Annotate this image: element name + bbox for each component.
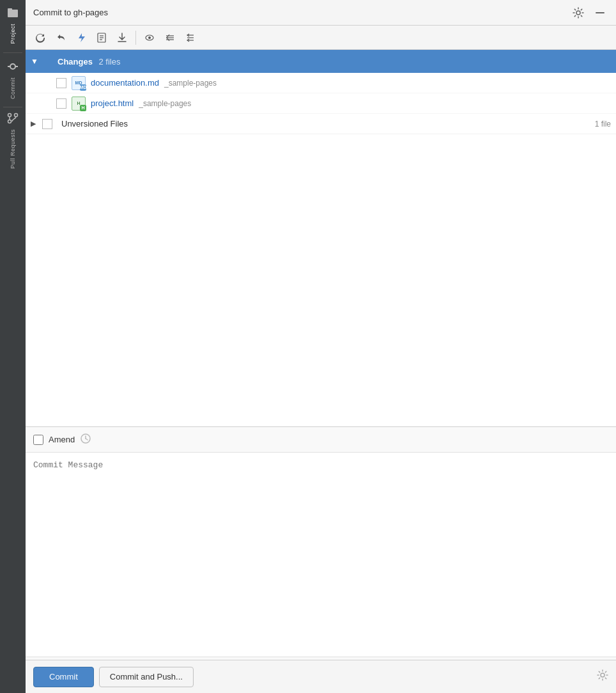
sidebar-divider-1 [3, 52, 22, 53]
smart-button[interactable] [72, 29, 91, 47]
footer-gear-button[interactable] [597, 669, 608, 684]
refresh-button[interactable] [31, 29, 50, 47]
commit-push-button[interactable]: Commit and Push... [99, 667, 194, 687]
footer-left: Commit Commit and Push... [33, 667, 194, 687]
svg-point-2 [10, 64, 15, 69]
file-tree: ▼ Changes 2 files MD MD documentation.md… [26, 50, 616, 426]
sidebar-project-label: Project [10, 24, 16, 44]
html-file-icon: H H [72, 97, 86, 111]
minus-icon [594, 7, 606, 19]
eye-icon [144, 33, 155, 43]
eye-button[interactable] [140, 29, 159, 47]
download-icon [117, 33, 127, 43]
changes-chevron: ▼ [31, 57, 40, 66]
title-bar-actions [570, 6, 608, 20]
sidebar-divider-2 [3, 107, 22, 107]
revert-icon [165, 33, 175, 43]
changes-group-label: Changes 2 files [58, 57, 611, 66]
toolbar [26, 26, 616, 50]
diff-icon [96, 33, 107, 43]
download-button[interactable] [112, 29, 132, 47]
main-panel: Commit to gh-pages [26, 0, 616, 693]
refresh-icon [35, 33, 45, 43]
svg-line-26 [86, 439, 88, 440]
commit-message-input[interactable] [26, 453, 616, 657]
title-bar: Commit to gh-pages [26, 0, 616, 26]
pull-requests-icon [7, 113, 19, 127]
unversioned-count: 1 file [595, 120, 611, 128]
settings-button[interactable] [570, 6, 587, 20]
amend-label: Amend [49, 435, 75, 444]
changes-group-header[interactable]: ▼ Changes 2 files [26, 50, 616, 73]
footer: Commit Commit and Push... [26, 660, 616, 693]
html-checkbox[interactable] [56, 98, 66, 109]
tree-item-documentation[interactable]: MD MD documentation.md _sample-pages [26, 73, 616, 93]
commit-button[interactable]: Commit [33, 667, 94, 687]
doc-filepath: _sample-pages [164, 79, 217, 88]
folder-icon [7, 7, 19, 21]
undo-icon [56, 33, 66, 43]
html-filepath: _sample-pages [139, 99, 191, 108]
html-badge: H [80, 105, 86, 111]
minimize-button[interactable] [592, 6, 608, 20]
gear-icon [573, 7, 584, 19]
collapse-button[interactable] [181, 29, 200, 47]
panel-title: Commit to gh-pages [33, 8, 108, 17]
changes-count: 2 files [99, 57, 121, 66]
sidebar-item-commit[interactable]: Commit [0, 54, 26, 105]
svg-point-9 [576, 11, 580, 15]
svg-point-6 [8, 120, 12, 123]
svg-point-7 [15, 113, 18, 116]
sidebar-commit-label: Commit [10, 77, 16, 99]
lightning-icon [76, 33, 86, 43]
revert-button[interactable] [160, 29, 180, 47]
unversioned-label: Unversioned Files [61, 119, 591, 128]
tree-item-project-html[interactable]: H H project.html _sample-pages [26, 93, 616, 114]
changes-label-text: Changes [58, 57, 93, 66]
diff-button[interactable] [92, 29, 111, 47]
undo-button[interactable] [51, 29, 70, 47]
unversioned-label-text: Unversioned Files [61, 119, 128, 128]
changes-group-checkbox[interactable] [43, 56, 54, 66]
footer-right [597, 669, 608, 684]
md-badge: MD [80, 84, 86, 91]
unversioned-chevron: ▶ [31, 120, 36, 128]
collapse-icon [185, 33, 196, 43]
toolbar-separator-1 [135, 31, 136, 45]
svg-point-27 [601, 673, 604, 677]
doc-filename: documentation.md [91, 78, 159, 88]
bottom-section: Amend Commit Commit and Push... [26, 426, 616, 693]
svg-point-5 [8, 113, 12, 116]
unversioned-checkbox[interactable] [42, 119, 52, 129]
clock-icon [80, 433, 91, 447]
amend-checkbox[interactable] [33, 435, 43, 445]
sidebar-item-pull-requests[interactable]: Pull Requests [0, 109, 26, 173]
svg-rect-1 [8, 8, 12, 11]
commit-icon [7, 61, 19, 75]
html-filename: project.html [91, 98, 134, 108]
doc-checkbox[interactable] [56, 78, 66, 88]
sidebar-pull-requests-label: Pull Requests [10, 129, 16, 169]
amend-row: Amend [26, 427, 616, 453]
svg-point-17 [148, 36, 151, 39]
unversioned-group-header[interactable]: ▶ Unversioned Files 1 file [26, 114, 616, 134]
sidebar-item-project[interactable]: Project [0, 0, 26, 51]
sidebar: Project Commit Pull Requests [0, 0, 26, 693]
md-file-icon: MD MD [72, 76, 86, 90]
footer-gear-icon [597, 669, 608, 681]
